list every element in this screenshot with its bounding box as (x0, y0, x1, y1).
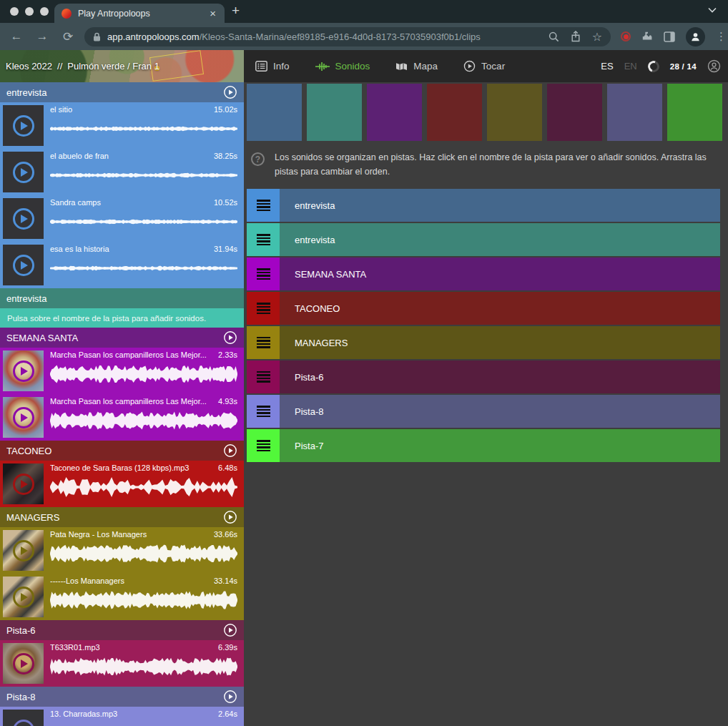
track-play-button[interactable] (223, 690, 237, 704)
clip-item[interactable]: Marcha Pasan los campanilleros Las Mejor… (0, 394, 244, 441)
side-panel-icon[interactable] (664, 31, 675, 42)
track-color-block[interactable] (667, 84, 722, 141)
clip-play-button[interactable] (3, 152, 44, 192)
track-color-block[interactable] (547, 84, 602, 141)
share-icon[interactable] (571, 31, 581, 42)
clip-item[interactable]: 13. Charradas.mp32.64s (0, 707, 244, 726)
drag-handle[interactable] (247, 429, 280, 462)
play-ring-icon (13, 474, 34, 495)
language-toggle-en[interactable]: EN (624, 61, 637, 72)
clip-play-button[interactable] (3, 105, 44, 146)
track-header[interactable]: entrevista (0, 288, 244, 308)
clip-play-button[interactable] (3, 198, 44, 239)
track-header[interactable]: MANAGERS (0, 507, 244, 527)
record-extension-icon[interactable] (621, 31, 631, 41)
track-play-button[interactable] (223, 623, 237, 637)
clip-body: Sandra camps10.52s (44, 195, 244, 242)
track-color-block[interactable] (427, 84, 482, 141)
drag-handle[interactable] (247, 326, 280, 359)
clip-item[interactable]: T633R01.mp36.39s (0, 640, 244, 687)
clip-play-button[interactable] (3, 577, 44, 617)
extensions-puzzle-icon[interactable] (641, 31, 653, 42)
language-toggle-es[interactable]: ES (601, 61, 613, 72)
track-row[interactable]: Pista-8 (247, 395, 720, 428)
reload-button[interactable]: ⟳ (59, 29, 77, 44)
track-header[interactable]: Pista-8 (0, 687, 244, 707)
window-zoom-button[interactable] (40, 7, 49, 16)
clip-play-button[interactable] (3, 245, 44, 285)
track-row-label[interactable]: MANAGERS (295, 338, 348, 348)
track-row-label[interactable]: entrevista (295, 200, 335, 211)
track-row-label[interactable]: Pista-6 (295, 372, 323, 383)
clip-play-button[interactable] (3, 463, 44, 504)
clip-play-button[interactable] (3, 530, 44, 571)
clip-item[interactable]: el sitio15.02s (0, 102, 244, 149)
drag-handle[interactable] (247, 395, 280, 428)
clip-item[interactable]: Marcha Pasan los campanilleros Las Mejor… (0, 348, 244, 394)
track-row-label[interactable]: SEMANA SANTA (295, 269, 366, 280)
track-row[interactable]: MANAGERS (247, 326, 720, 359)
clip-item[interactable]: el abuelo de fran38.25s (0, 149, 244, 195)
bookmark-star-icon[interactable]: ☆ (592, 30, 602, 44)
track-row-label[interactable]: Pista-8 (295, 406, 323, 417)
browser-tab[interactable]: Play Antropoloops × (54, 4, 225, 23)
clip-play-button[interactable] (3, 643, 44, 684)
clip-play-button[interactable] (3, 710, 44, 726)
nav-tab-mapa[interactable]: Mapa (395, 61, 438, 72)
window-minimize-button[interactable] (25, 7, 34, 16)
track-row-label[interactable]: Pista-7 (295, 441, 323, 451)
track-row[interactable]: SEMANA SANTA (247, 257, 720, 290)
forward-button[interactable]: → (33, 29, 51, 44)
browser-menu-kebab-icon[interactable]: ⋮ (716, 30, 727, 43)
track-header[interactable]: TACONEO (0, 441, 244, 461)
breadcrumb-project[interactable]: Kleos 2022 (6, 61, 52, 72)
track-row[interactable]: Pista-7 (247, 429, 720, 462)
nav-tab-tocar[interactable]: Tocar (463, 60, 505, 72)
track-play-button[interactable] (223, 443, 237, 458)
track-header[interactable]: Pista-6 (0, 620, 244, 640)
track-play-button[interactable] (223, 330, 237, 345)
clip-play-button[interactable] (3, 350, 44, 391)
tab-close-icon[interactable]: × (208, 8, 217, 19)
clip-body: Taconeo de Sara Baras (128 kbps).mp36.48… (44, 461, 244, 507)
track-color-block[interactable] (247, 84, 302, 141)
clip-item[interactable]: Sandra camps10.52s (0, 195, 244, 242)
clip-item[interactable]: Taconeo de Sara Baras (128 kbps).mp36.48… (0, 461, 244, 507)
track-header[interactable]: entrevista (0, 82, 244, 102)
window-close-button[interactable] (10, 7, 19, 16)
account-icon[interactable] (707, 59, 721, 73)
track-row[interactable]: TACONEO (247, 292, 720, 325)
drag-handle[interactable] (247, 257, 280, 290)
track-row[interactable]: entrevista (247, 189, 720, 222)
track-row-label[interactable]: entrevista (295, 235, 335, 245)
nav-tab-info[interactable]: Info (255, 61, 290, 72)
clip-play-button[interactable] (3, 397, 44, 438)
breadcrumb-piece[interactable]: Pulmón verde / Fran 1 (67, 61, 159, 72)
drag-handle[interactable] (247, 223, 280, 256)
browser-profile-avatar[interactable] (686, 27, 705, 46)
back-button[interactable]: ← (7, 29, 26, 44)
new-tab-button[interactable]: + (232, 3, 240, 19)
drag-handle[interactable] (247, 360, 280, 393)
zoom-page-icon[interactable] (549, 31, 559, 42)
track-play-button[interactable] (223, 85, 237, 99)
tab-search-chevron-icon[interactable] (708, 7, 717, 13)
track-row-label[interactable]: TACONEO (295, 303, 340, 314)
track-color-block[interactable] (307, 84, 362, 141)
project-aerial-thumbnail[interactable]: Kleos 2022 // Pulmón verde / Fran 1 (0, 50, 244, 82)
track-play-button[interactable] (223, 510, 237, 524)
track-row[interactable]: Pista-6 (247, 360, 720, 393)
track-header[interactable]: SEMANA SANTA (0, 328, 244, 348)
track-row[interactable]: entrevista (247, 223, 720, 256)
drag-handle[interactable] (247, 292, 280, 325)
address-bar[interactable]: app.antropoloops.com /Kleos-Santa-Marina… (84, 27, 611, 46)
clip-item[interactable]: esa es la historia31.94s (0, 242, 244, 288)
track-color-block[interactable] (367, 84, 422, 141)
drag-handle[interactable] (247, 189, 280, 222)
clip-item[interactable]: Pata Negra - Los Managers33.66s (0, 527, 244, 574)
track-color-block[interactable] (607, 84, 662, 141)
clip-item[interactable]: ------Los Mananagers33.14s (0, 574, 244, 620)
breadcrumb: Kleos 2022 // Pulmón verde / Fran 1 (6, 50, 159, 82)
nav-tab-sonidos-active[interactable]: Sonidos (315, 61, 370, 72)
track-color-block[interactable] (487, 84, 542, 141)
